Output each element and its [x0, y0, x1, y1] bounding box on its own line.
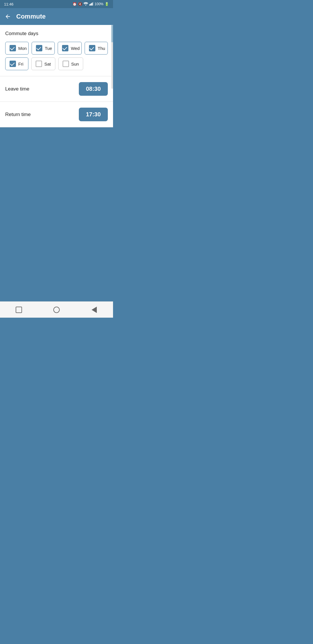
nav-recent-icon [16, 307, 22, 313]
leave-time-row: Leave time 08:30 [0, 76, 113, 102]
status-icons: ⏰ 🔇 100% 🔋 [72, 2, 109, 6]
commute-days-section: Commute days Mon Tue Wed Thu [0, 25, 113, 76]
scrollbar-thumb [111, 25, 113, 42]
navigation-bar [0, 301, 113, 318]
day-fri-label: Fri [18, 61, 23, 66]
day-tue-button[interactable]: Tue [32, 42, 55, 55]
day-sat-label: Sat [44, 61, 51, 66]
day-thu-button[interactable]: Thu [85, 42, 108, 55]
commute-days-title: Commute days [5, 31, 108, 37]
mute-icon: 🔇 [78, 2, 82, 6]
days-row-1: Mon Tue Wed Thu [5, 42, 108, 55]
scrollbar[interactable] [111, 25, 113, 89]
return-time-label: Return time [5, 112, 31, 117]
day-sun-label: Sun [71, 61, 79, 66]
return-time-button[interactable]: 17:30 [79, 108, 108, 121]
page-title: Commute [16, 13, 46, 20]
day-sat-checkbox [36, 61, 42, 67]
status-bar: 11:46 ⏰ 🔇 100% 🔋 [0, 0, 113, 8]
alarm-icon: ⏰ [72, 2, 77, 6]
day-tue-checkbox [36, 45, 42, 51]
nav-recent-button[interactable] [12, 304, 26, 316]
signal-icon [89, 2, 93, 6]
day-thu-label: Thu [98, 46, 105, 51]
day-sun-checkbox [63, 61, 69, 67]
day-sun-button[interactable]: Sun [58, 57, 83, 70]
day-mon-button[interactable]: Mon [5, 42, 29, 55]
day-wed-label: Wed [71, 46, 80, 51]
svg-point-0 [85, 5, 86, 6]
svg-rect-4 [92, 3, 93, 6]
svg-rect-1 [89, 4, 90, 6]
battery-icon: 🔋 [105, 2, 109, 6]
days-row-2: Fri Sat Sun [5, 57, 108, 70]
day-fri-button[interactable]: Fri [5, 57, 28, 70]
toolbar: Commute [0, 8, 113, 25]
status-time: 11:46 [4, 2, 14, 6]
day-mon-checkbox [10, 45, 16, 51]
background-fill [0, 127, 113, 301]
day-thu-checkbox [89, 45, 95, 51]
nav-back-icon [92, 307, 97, 313]
back-button[interactable] [5, 13, 11, 20]
svg-rect-5 [93, 2, 93, 6]
leave-time-button[interactable]: 08:30 [79, 82, 108, 96]
day-tue-label: Tue [45, 46, 52, 51]
battery-label: 100% [94, 2, 103, 6]
nav-home-button[interactable] [49, 304, 64, 316]
nav-home-icon [53, 307, 60, 313]
day-fri-checkbox [10, 61, 16, 67]
day-wed-button[interactable]: Wed [58, 42, 82, 55]
day-sat-button[interactable]: Sat [31, 57, 55, 70]
day-wed-checkbox [62, 45, 68, 51]
day-mon-label: Mon [18, 46, 27, 51]
svg-rect-3 [91, 3, 92, 6]
nav-back-button[interactable] [87, 304, 101, 316]
return-time-row: Return time 17:30 [0, 102, 113, 127]
wifi-icon [83, 2, 88, 6]
leave-time-label: Leave time [5, 86, 29, 92]
svg-rect-2 [90, 4, 91, 6]
